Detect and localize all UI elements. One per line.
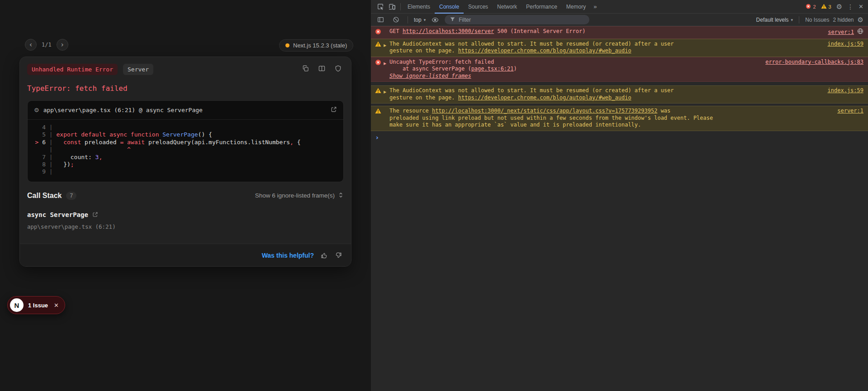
console-prompt[interactable]: › — [371, 131, 868, 141]
prompt-chevron-icon: › — [376, 134, 379, 141]
kebab-menu-icon[interactable]: ⋮ — [847, 3, 854, 10]
feedback-button[interactable] — [332, 64, 344, 75]
devtools-tab-bar-right: 2 3 ⚙ ⋮ ✕ — [806, 3, 868, 11]
previous-error-button[interactable]: ‹ — [25, 39, 37, 51]
divider — [799, 16, 799, 24]
error-count-badge[interactable]: 2 — [806, 4, 816, 10]
globe-icon[interactable] — [857, 28, 863, 37]
source-location-link[interactable]: server:1 — [837, 108, 863, 115]
console-sidebar-toggle-icon[interactable] — [375, 14, 386, 25]
tab-network[interactable]: Network — [493, 0, 522, 14]
code-line: 8 | }); — [28, 161, 343, 168]
console-message-text: The resource http://localhost:3000/_next… — [389, 108, 831, 129]
console-filter-box[interactable] — [445, 15, 589, 24]
open-frame-source-button[interactable] — [92, 212, 98, 217]
inspect-element-button[interactable] — [375, 1, 386, 12]
copy-stack-trace-button[interactable] — [299, 64, 311, 75]
tab-memory[interactable]: Memory — [562, 0, 590, 14]
divider — [400, 3, 401, 10]
issues-status-label[interactable]: No Issues — [805, 17, 829, 23]
warning-icon — [375, 108, 381, 114]
console-message-text: The AudioContext was not allowed to star… — [389, 41, 821, 55]
error-icon — [375, 59, 381, 66]
source-location-link[interactable]: index.js:59 — [828, 41, 863, 48]
thumbs-up-button[interactable] — [321, 252, 328, 259]
log-levels-dropdown[interactable]: Default levels ▾ — [756, 17, 793, 23]
call-stack-count-badge: 7 — [66, 192, 76, 200]
warning-count-badge[interactable]: 3 — [821, 4, 831, 10]
source-location-link[interactable]: index.js:59 — [828, 87, 863, 94]
was-this-helpful-link[interactable]: Was this helpful? — [262, 252, 314, 259]
error-pagination: ‹ 1/1 › — [25, 39, 68, 51]
copy-icon — [302, 65, 309, 74]
expand-triangle-icon[interactable]: ▶ — [384, 89, 389, 96]
line-number — [28, 146, 46, 153]
chevron-right-icon: › — [61, 42, 64, 48]
line-number: 4 — [28, 124, 46, 131]
stack-frame: async ServerPage — [27, 211, 344, 218]
source-location: index.js:59 — [821, 41, 863, 48]
console-url-link[interactable]: page.tsx:6:21 — [471, 66, 514, 72]
warning-icon — [821, 4, 827, 10]
code-line: | ^ — [28, 146, 343, 153]
close-devtools-icon[interactable]: ✕ — [859, 3, 863, 10]
expand-triangle-icon[interactable]: ▶ — [384, 42, 389, 49]
console-warning-message: ▶The AudioContext was not allowed to sta… — [371, 39, 868, 57]
chevron-left-icon: ‹ — [29, 42, 32, 48]
open-in-editor-button[interactable] — [331, 106, 337, 114]
nextjs-version-label: Next.js 15.2.3 (stale) — [293, 42, 347, 49]
filter-input[interactable] — [459, 17, 572, 23]
code-line: 4 | — [28, 124, 343, 131]
columns-icon — [318, 65, 325, 74]
close-icon[interactable]: ✕ — [54, 302, 59, 309]
line-number: 5 — [28, 131, 46, 138]
code-text: const preloaded = await preloadQuery(api… — [56, 139, 300, 146]
device-toolbar-button[interactable] — [386, 1, 398, 12]
source-location: index.js:59 — [821, 87, 863, 94]
issues-indicator-pill[interactable]: N 1 Issue ✕ — [7, 296, 65, 314]
devtools-tab-bar: Elements Console Sources Network Perform… — [371, 0, 868, 14]
live-expression-eye-icon[interactable] — [429, 14, 441, 25]
code-line: 7 | count: 3, — [28, 154, 343, 161]
hidden-messages-label[interactable]: 2 hidden — [833, 17, 854, 23]
error-badges-row: Unhandled Runtime Error Server — [27, 63, 344, 75]
error-type-badge: Unhandled Runtime Error — [27, 64, 118, 75]
show-ignore-listed-frames-link[interactable]: Show ignore-listed frames — [389, 73, 471, 79]
ignore-listed-frames-toggle[interactable]: Show 6 ignore-listed frame(s) — [255, 192, 344, 199]
code-frame-file-path: app\server\page.tsx (6:21) @ async Serve… — [43, 107, 203, 113]
tab-elements[interactable]: Elements — [403, 0, 435, 14]
code-frame-header[interactable]: ⚙ app\server\page.tsx (6:21) @ async Ser… — [28, 101, 343, 119]
javascript-context-dropdown[interactable]: top ▾ — [414, 17, 426, 23]
settings-gear-icon[interactable]: ⚙ — [836, 3, 842, 11]
docs-panel-button[interactable] — [316, 64, 327, 75]
call-stack-title: Call Stack — [27, 192, 62, 200]
source-location-link[interactable]: error-boundary-callbacks.js:83 — [765, 59, 863, 66]
next-error-button[interactable]: › — [57, 39, 68, 51]
tab-sources[interactable]: Sources — [464, 0, 493, 14]
console-settings-gear-icon[interactable]: ⚙ — [858, 16, 863, 24]
warning-icon — [375, 88, 381, 94]
console-url-link[interactable]: http://localhost:3000/server — [403, 28, 494, 34]
tab-performance[interactable]: Performance — [522, 0, 562, 14]
tab-console[interactable]: Console — [435, 0, 464, 14]
console-message-text: GET http://localhost:3000/server 500 (In… — [389, 28, 821, 35]
console-url-link[interactable]: http://localhost:3000/_next/static/css/a… — [432, 108, 658, 114]
console-warning-message: The resource http://localhost:3000/_next… — [371, 106, 868, 131]
code-text: ^ — [56, 146, 130, 153]
source-location-link[interactable]: server:1 — [828, 29, 854, 36]
thumbs-down-button[interactable] — [335, 252, 342, 259]
stale-indicator-dot-icon — [285, 43, 289, 47]
ignore-listed-frames-label: Show 6 ignore-listed frame(s) — [255, 192, 335, 199]
stack-frame-location: app\server\page.tsx (6:21) — [27, 223, 344, 230]
line-number: 8 — [28, 161, 46, 168]
console-message-text: Uncaught TypeError: fetch failed at asyn… — [389, 59, 759, 80]
console-url-link[interactable]: https://developer.chrome.com/blog/autopl… — [458, 47, 631, 54]
expand-triangle-icon[interactable]: ▶ — [384, 60, 389, 67]
console-url-link[interactable]: https://developer.chrome.com/blog/autopl… — [458, 94, 631, 101]
error-dialog: Unhandled Runtime Error Server — [19, 57, 351, 267]
filter-funnel-icon — [450, 16, 455, 24]
shield-icon — [335, 65, 342, 74]
nextjs-version-badge[interactable]: Next.js 15.2.3 (stale) — [279, 39, 353, 52]
more-tabs-button[interactable]: » — [590, 3, 600, 10]
clear-console-icon[interactable] — [390, 14, 402, 25]
